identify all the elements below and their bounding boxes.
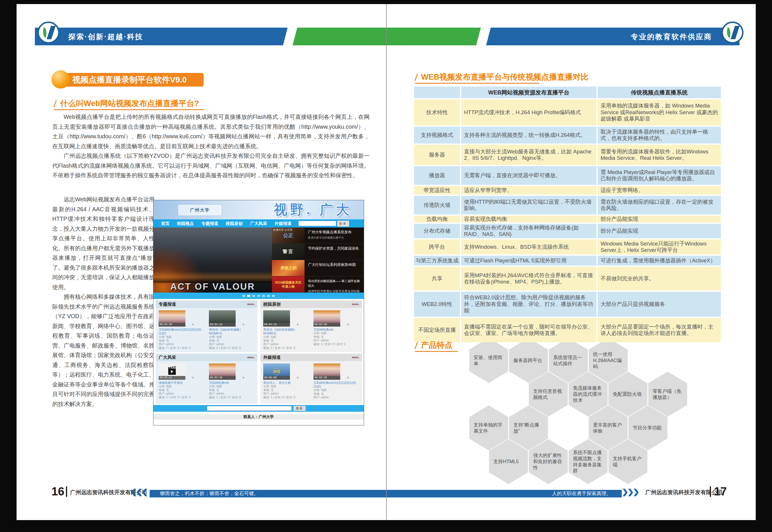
table-header-row: WEB网站视频资源发布直播平台 传统视频点播直播系统: [414, 87, 721, 98]
pager-dot[interactable]: [267, 295, 270, 297]
duration-badge: 00:03:21: [159, 376, 185, 380]
nav-item-home[interactable]: 首页: [161, 221, 169, 226]
featured-video-item[interactable]: 青春之韵 广大行知论坛系列讲座第46期: [272, 260, 364, 276]
row-trad-cell: 大部分产品只提供视频服务: [598, 292, 721, 317]
featured-video-subtitle: 地理学院与军需企业联手培养实用创新: [308, 289, 361, 293]
section-heading-comparison: WEB视频发布直播平台与传统视频点播直播对比: [421, 72, 588, 82]
site-search-input[interactable]: [298, 221, 336, 226]
plus-icon[interactable]: [347, 322, 349, 327]
plus-icon[interactable]: [296, 322, 299, 327]
footer-quote-right: 人的天职在勇于探索真理。: [386, 490, 622, 497]
video-title[interactable]: 艾莉緈经典mtv: [314, 328, 360, 332]
thumbnail-topline: 哈佛大学·公开课: [273, 228, 292, 232]
video-title[interactable]: 霍比特人：意外之旅: [263, 381, 309, 385]
video-card[interactable]: 00:04:15 周杰伦《说好的幸福呢》MV[MKV] 分类: 电影 专辑: 无…: [263, 310, 309, 350]
more-link[interactable]: more..: [247, 356, 255, 359]
video-cards: WB00:06:09 霍比特人：意外之旅 分类: 电影 专辑: 无 用户: ad…: [260, 361, 362, 400]
footer-search-input[interactable]: [207, 406, 292, 411]
row-trad-cell: 采用单独的流媒体服务器，如 Windows Media Service 或Rea…: [598, 99, 721, 126]
video-stat: 用户: admin: [159, 392, 205, 396]
paper-spread: 探索·创新·超越·科技 专业的教育软件供应商 视频点播直播录制平台软件V9.0 …: [17, 4, 756, 520]
row-label: 带宽适应性: [414, 186, 460, 195]
site-search-button[interactable]: 搜索: [337, 221, 349, 227]
table-row: 不固定场所直播 直播端不需固定在某一个位置，随时可在领导办公室、会议室、课室、广…: [414, 318, 721, 342]
site-navbar: 首页 校园视点 专题报道 校园原创 广大风采 外媒报道 搜索: [153, 219, 364, 228]
table-row: 分布式存储 容易实现分布式存储，支持各种网络存储设备(如RAID、NAS、SAN…: [414, 224, 721, 238]
site-main: ACT OF VALOUR 哈佛大学·公开课 公正 广州大学视频点播系统发布 最…: [153, 228, 364, 293]
video-thumbnail: 青春之韵: [272, 260, 304, 276]
featured-video-text: 节约保护水资源，共同建设绿色: [304, 244, 364, 260]
duration-badge: 00:04:15: [209, 323, 236, 327]
plus-icon[interactable]: [242, 322, 245, 327]
pager-dot[interactable]: [257, 295, 260, 297]
nav-item-campus-view[interactable]: 校园视点: [177, 221, 194, 226]
duration-badge: 00:04:15: [263, 323, 290, 327]
video-stat: 分类: 电影: [263, 385, 309, 388]
video-thumbnail: 00:04:15: [209, 310, 236, 327]
more-link[interactable]: more..: [247, 303, 255, 306]
row-label: 与第三方系统集成: [414, 256, 460, 266]
video-card[interactable]: WB00:06:09 霍比特人：意外之旅 分类: 电影 专辑: 无 用户: ad…: [263, 363, 309, 400]
featured-video-item[interactable]: 警言 节约保护水资源，共同建设绿色: [272, 244, 364, 260]
nav-item-campus-original[interactable]: 校园原创: [226, 221, 243, 226]
video-title[interactable]: 艾莉緈经典mtv(1)(2)(1)(3)(1)(9)(1)(5): [159, 328, 205, 335]
video-thumbnail: 00:03:39: [314, 310, 340, 327]
more-link[interactable]: more..: [352, 303, 360, 306]
video-stat: 播放: 7 / 支持: 0 / 反对: 0: [159, 346, 205, 350]
row-label: 跨平台: [414, 239, 460, 255]
video-card[interactable]: 00:03:39 艾莉緈经典mtv(1)(2)(1)(3)(1)(9)(1)(5…: [314, 363, 360, 400]
row-label: 不固定场所直播: [414, 318, 460, 342]
intro-paragraphs: Web视频点播平台是把上传时的所有视频格式自动转换成网页可直接播放的Flash格…: [52, 112, 370, 180]
nav-item-special-report[interactable]: 专题报道: [201, 221, 218, 226]
video-stat: 专辑: 无: [314, 392, 360, 396]
nav-item-external-media[interactable]: 外媒报道: [275, 221, 291, 226]
site-contact-bar: 联系人：广州大学: [153, 414, 364, 420]
video-stat: 用户: admin: [263, 343, 309, 346]
video-stat: 分类: 电影: [209, 335, 255, 339]
plus-icon[interactable]: [192, 375, 194, 380]
plus-icon[interactable]: [242, 375, 245, 380]
heading-underline-decor: [54, 109, 204, 110]
page-number-right: 17: [714, 485, 727, 498]
site-banner: 广州大学 视野. 广大: [153, 200, 364, 219]
video-stat: 分类: 电影: [263, 335, 309, 339]
video-card[interactable]: 00:03:21 海南民族中学校长 分类: 电影 专辑: 无 用户: admin…: [159, 363, 205, 399]
video-card[interactable]: 00:04:15 周杰伦《说好的幸福呢》MV[MKV] 分类: 电影 专辑: 无…: [209, 310, 255, 350]
video-card[interactable]: 00:03:39 艾莉緈经典mtv(1)(2)(1)(3)(1)(9)(1)(5…: [159, 310, 205, 350]
thumbnail-label: 2010校园媒体关注年度人物: [272, 280, 304, 289]
nav-item-gd-style[interactable]: 广大风采: [250, 221, 267, 226]
footer-search-button[interactable]: 搜索: [293, 406, 306, 411]
wb-logo-icon: WB: [273, 368, 280, 375]
pager-dot-active[interactable]: [247, 295, 250, 297]
plus-icon[interactable]: [296, 375, 299, 380]
hero-video-poster[interactable]: ACT OF VALOUR: [153, 228, 272, 293]
video-card[interactable]: 00:03:39 艾莉緈经典mtv 分类: 电影 专辑: 无 用户: admin…: [314, 310, 360, 350]
video-title[interactable]: 周杰伦《说好的幸福呢》MV[MKV]: [263, 328, 309, 335]
pager-dot[interactable]: [242, 295, 245, 297]
pager-dot[interactable]: [262, 295, 265, 297]
video-title[interactable]: 周杰伦《说好的幸福呢》MV[MKV]: [209, 328, 255, 335]
video-title[interactable]: 海南民族中学校长: [159, 381, 205, 385]
row-trad-cell: 不易做到完全的共享。: [598, 267, 721, 291]
footer-quote-left: 锲而舍之，朽木不折；锲而不舍，金石可镂。: [150, 490, 386, 497]
video-stat: 专辑: 无: [314, 335, 360, 339]
duration-badge: 00:03:39: [314, 376, 340, 380]
video-stat: 分类: 电影: [314, 332, 360, 335]
pager-dot[interactable]: [272, 295, 275, 297]
video-stat: 播放: 1 / 支持: 0 / 反对: 0: [209, 396, 255, 400]
pager-dot[interactable]: [252, 295, 255, 297]
section-header: 广大风采 more..: [156, 354, 257, 361]
row-label: 传透防火墙: [414, 196, 460, 214]
more-link[interactable]: more..: [352, 356, 360, 359]
video-title[interactable]: 艾莉緈经典mtv: [209, 381, 255, 385]
featured-video-item[interactable]: 哈佛大学·公开课 公正 广州大学视频点播系统发布 最强大最专业的视频点播平台: [272, 228, 364, 244]
table-row: 负载均衡 容易实现负载均衡 部分产品能实现: [414, 216, 721, 223]
video-card[interactable]: 00:03:39 艾莉緈经典mtv 分类: 电影 专辑: 无 用户: admin…: [209, 363, 255, 399]
plus-icon[interactable]: [192, 322, 194, 327]
paragraph: Web视频点播平台是把上传时的所有视频格式自动转换成网页可直接播放的Flash格…: [52, 112, 370, 151]
featured-video-item[interactable]: 2010校园媒体关注年度人物 练功房里的舞蹈盛典——第二届学生舞蹈大 地理学院与…: [272, 276, 364, 293]
university-name: 广州大学: [178, 204, 222, 216]
table-col-header-web: WEB网站视频资源发布直播平台: [461, 87, 597, 98]
video-title[interactable]: 艾莉緈经典mtv(1)(2)(1)(3)(1)(9)(1)(5): [314, 381, 360, 388]
plus-icon[interactable]: [347, 375, 349, 380]
